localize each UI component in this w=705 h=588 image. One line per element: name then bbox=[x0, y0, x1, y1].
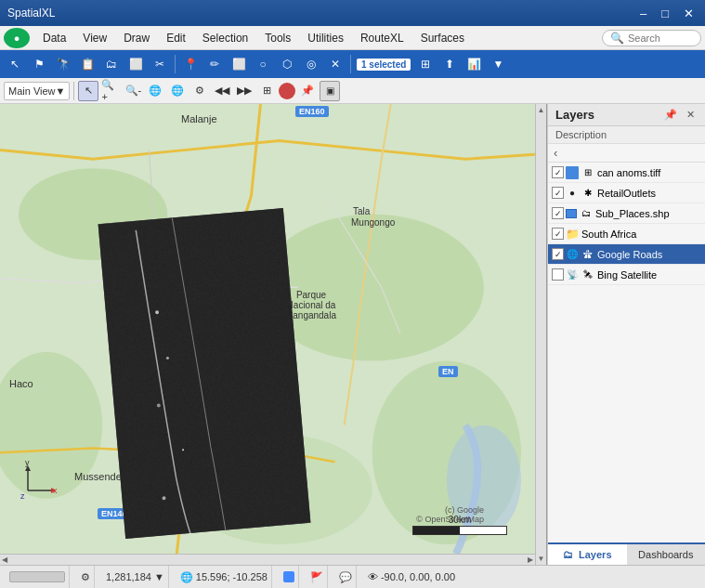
pin-tool[interactable]: 📌 bbox=[297, 81, 318, 101]
tab-layers[interactable]: 🗂 Layers bbox=[548, 542, 627, 565]
layers-back-button[interactable]: ‹ bbox=[548, 144, 705, 163]
layer-checkbox-5[interactable] bbox=[552, 248, 564, 260]
app-title: SpatialXL bbox=[7, 7, 55, 20]
status-color-icon bbox=[283, 571, 294, 582]
layer-type-icon-2: ✱ bbox=[581, 187, 594, 200]
layer-item-4[interactable]: 📁 South Africa bbox=[548, 224, 705, 244]
menu-selection[interactable]: Selection bbox=[195, 30, 255, 46]
layer-item-6[interactable]: 📡 🛰 Bing Satellite bbox=[548, 265, 705, 285]
tb-btn-2[interactable]: ⚑ bbox=[28, 53, 50, 75]
axis-indicator: y x z bbox=[19, 458, 65, 507]
zoom-in-tool[interactable]: 🔍+ bbox=[100, 81, 121, 101]
extra-tool[interactable]: ▣ bbox=[320, 81, 340, 101]
layer-item-2[interactable]: ● ✱ RetailOutlets bbox=[548, 183, 705, 203]
zoom-out-tool[interactable]: 🔍- bbox=[123, 81, 143, 101]
tb-x[interactable]: ✕ bbox=[324, 53, 346, 75]
status-flag: 🚩 bbox=[307, 566, 328, 588]
dashboards-tab-label: Dashboards bbox=[638, 549, 693, 560]
status-globe: 🌐 15.596; -10.258 bbox=[176, 566, 272, 588]
separator-2 bbox=[350, 55, 351, 73]
layer-item-3[interactable]: 🗂 Sub_Places.shp bbox=[548, 203, 705, 224]
tb-export[interactable]: ⬆ bbox=[438, 53, 461, 75]
map-container[interactable]: Malanje Tala Mungongo ParqueNacional daC… bbox=[0, 104, 547, 565]
coord-dropdown[interactable]: ▼ bbox=[154, 571, 164, 582]
layer-checkbox-6[interactable] bbox=[552, 268, 564, 281]
layer-item-1[interactable]: ⊞ can anoms.tiff bbox=[548, 163, 705, 183]
map-scroll-horizontal[interactable]: ◀ ▶ bbox=[0, 554, 535, 565]
globe-zoom-tool[interactable]: 🌐 bbox=[167, 81, 188, 101]
tab-dashboards[interactable]: Dashboards bbox=[627, 544, 706, 565]
layer-checkbox-2[interactable] bbox=[552, 187, 564, 199]
status-eye-icon: 👁 bbox=[368, 571, 378, 582]
menu-surfaces[interactable]: Surfaces bbox=[413, 30, 472, 46]
sep bbox=[73, 82, 74, 100]
search-input[interactable] bbox=[628, 33, 693, 44]
menu-view[interactable]: View bbox=[75, 30, 114, 46]
status-progress-item bbox=[6, 566, 70, 588]
tb-table[interactable]: ⊞ bbox=[414, 53, 437, 75]
tb-btn-4[interactable]: 📋 bbox=[76, 53, 98, 75]
layer-checkbox-4[interactable] bbox=[552, 228, 564, 240]
tb-poly-select[interactable]: ⬡ bbox=[276, 53, 298, 75]
menu-data[interactable]: Data bbox=[35, 30, 73, 46]
layer-name-3: Sub_Places.shp bbox=[595, 208, 701, 219]
back-nav[interactable]: ◀◀ bbox=[212, 81, 232, 101]
layer-icon-3 bbox=[566, 209, 577, 218]
layer-checkbox-3[interactable] bbox=[552, 207, 564, 219]
cursor-tool[interactable]: ↖ bbox=[78, 81, 98, 101]
menu-tools[interactable]: Tools bbox=[257, 30, 298, 46]
close-layers-button[interactable]: ✕ bbox=[684, 108, 698, 122]
view-dropdown[interactable]: Main View ▼ bbox=[4, 82, 70, 100]
status-message: 💬 bbox=[335, 566, 357, 588]
layers-controls: 📌 ✕ bbox=[661, 108, 698, 122]
close-button[interactable]: ✕ bbox=[680, 7, 698, 20]
layers-header: Layers 📌 ✕ bbox=[548, 104, 705, 126]
layer-checkbox-1[interactable] bbox=[552, 166, 564, 178]
map-scroll-vertical[interactable]: ▲ ▼ bbox=[535, 104, 546, 565]
menu-utilities[interactable]: Utilities bbox=[300, 30, 351, 46]
tb-lasso[interactable]: ○ bbox=[252, 53, 274, 75]
globe-tool[interactable]: 🌐 bbox=[145, 81, 165, 101]
select-tool[interactable]: ↖ bbox=[4, 53, 26, 75]
layer-type-icon-1: ⊞ bbox=[581, 166, 594, 179]
tb-btn-5[interactable]: 🗂 bbox=[100, 53, 123, 75]
statusbar: ⚙ 1,281,184 ▼ 🌐 15.596; -10.258 🚩 💬 👁 -9… bbox=[0, 565, 705, 588]
layers-tab-label: Layers bbox=[579, 549, 611, 560]
layer-icon-6: 📡 bbox=[566, 268, 579, 281]
minimize-button[interactable]: – bbox=[636, 7, 650, 20]
pin-layers-button[interactable]: 📌 bbox=[661, 108, 680, 122]
label-malanje: Malanje bbox=[181, 113, 217, 124]
coord-value: 1,281,184 bbox=[106, 571, 151, 582]
search-icon: 🔍 bbox=[610, 32, 624, 45]
settings-tool[interactable]: ⚙ bbox=[189, 81, 210, 101]
tb-chart[interactable]: 📊 bbox=[463, 53, 485, 75]
status-progress-bar bbox=[9, 571, 65, 582]
tb-btn-6[interactable]: ⬜ bbox=[124, 53, 147, 75]
status-gear-icon: ⚙ bbox=[81, 571, 90, 583]
layers-panel: Layers 📌 ✕ Description ‹ ⊞ can anoms.tif… bbox=[547, 104, 705, 565]
tb-select-rect[interactable]: ⬜ bbox=[228, 53, 250, 75]
menu-routexl[interactable]: RouteXL bbox=[353, 30, 411, 46]
label-mungongo: Mungongo bbox=[351, 217, 395, 228]
tb-radius[interactable]: ◎ bbox=[300, 53, 322, 75]
maximize-button[interactable]: □ bbox=[658, 7, 672, 20]
layer-name-4: South Africa bbox=[581, 229, 701, 240]
layer-item-5[interactable]: 🌐 🛣 Google Roads bbox=[548, 244, 705, 265]
layer-type-icon-6: 🛰 bbox=[581, 268, 594, 281]
lonlat-value: 15.596; -10.258 bbox=[196, 571, 268, 582]
separator-1 bbox=[175, 55, 176, 73]
grid-tool[interactable]: ⊞ bbox=[256, 81, 277, 101]
tb-draw[interactable]: ✏ bbox=[203, 53, 226, 75]
tb-location[interactable]: 📍 bbox=[179, 53, 202, 75]
menu-edit[interactable]: Edit bbox=[159, 30, 193, 46]
label-haco: Haco bbox=[9, 378, 33, 389]
status-coordinates: 1,281,184 ▼ bbox=[102, 566, 169, 588]
layer-icon-2: ● bbox=[566, 187, 579, 200]
tb-btn-7[interactable]: ✂ bbox=[149, 53, 171, 75]
menu-draw[interactable]: Draw bbox=[116, 30, 157, 46]
tb-dropdown[interactable]: ▼ bbox=[487, 53, 509, 75]
fwd-nav[interactable]: ▶▶ bbox=[234, 81, 255, 101]
view-toolbar: Main View ▼ ↖ 🔍+ 🔍- 🌐 🌐 ⚙ ◀◀ ▶▶ ⊞ 📌 ▣ bbox=[0, 78, 705, 104]
color-tool[interactable] bbox=[279, 83, 295, 99]
tb-btn-3[interactable]: 🔭 bbox=[52, 53, 74, 75]
